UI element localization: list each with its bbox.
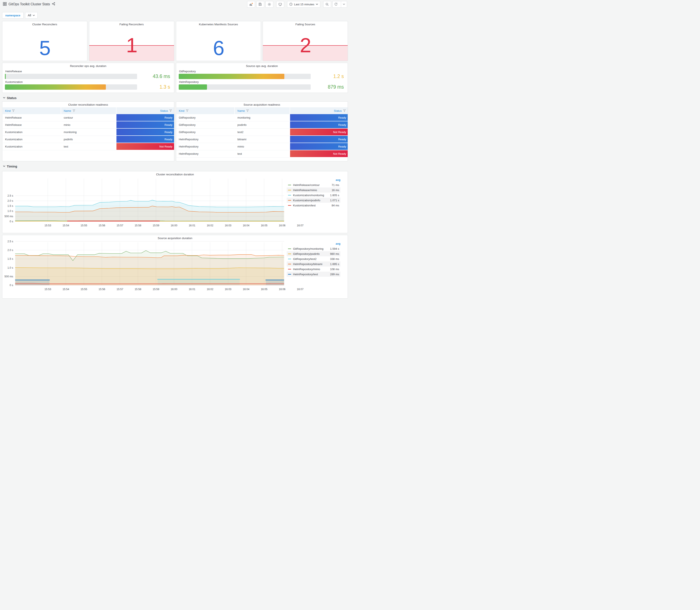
panel-title[interactable]: Kubernetes Manifests Sources — [176, 21, 261, 27]
legend-item[interactable]: HelmRelease/contour71 ms — [287, 182, 340, 188]
status-cell: Ready — [290, 136, 348, 143]
legend-avg-value: 16 ms — [327, 189, 339, 192]
legend-avg-header[interactable]: avg — [287, 241, 340, 246]
gauges-row: Reconciler ops avg. durationHelmRelease4… — [2, 63, 348, 93]
filter-icon[interactable] — [343, 110, 346, 112]
legend-item[interactable]: HelmRepository/minio108 ms — [287, 267, 340, 272]
status-cell: Ready — [116, 136, 174, 143]
column-header-status[interactable]: Status — [290, 107, 348, 114]
legend-item[interactable]: HelmRepository/bitnami1.695 s — [287, 261, 340, 267]
panel-title[interactable]: Source ops avg. duration — [179, 63, 345, 69]
filter-icon[interactable] — [186, 110, 189, 112]
panel-title[interactable]: Cluster Reconcilers — [2, 21, 87, 27]
filter-icon[interactable] — [12, 110, 15, 112]
zoom-out-time-button[interactable] — [323, 1, 331, 7]
legend-item[interactable]: GitRepository/podinfo980 ms — [287, 251, 340, 256]
x-axis-label: 16:03 — [225, 288, 231, 291]
section-header-status[interactable]: Status — [2, 95, 348, 101]
name-cell: test — [235, 150, 290, 158]
x-axis-label: 15:57 — [117, 288, 123, 291]
panel-title[interactable]: Reconciler ops avg. duration — [5, 63, 172, 69]
add-panel-icon — [249, 2, 253, 6]
section-header-timing[interactable]: Timing — [2, 163, 348, 170]
table-header-row: KindNameStatus — [176, 107, 348, 114]
panel-title[interactable]: Cluster reconciliation duration — [2, 171, 348, 177]
table-row: KustomizationpodinfoReady — [2, 136, 174, 143]
x-axis-label: 16:04 — [243, 224, 249, 227]
legend-item[interactable]: GitRepository/monitoring1.594 s — [287, 246, 340, 251]
time-range-picker[interactable]: Last 15 minutes — [287, 1, 320, 7]
y-axis: 0 s500 ms1.0 s1.5 s2.0 s2.5 s — [3, 241, 15, 287]
legend-series-label: HelmRelease/contour — [293, 183, 327, 187]
table-row: KustomizationmonitoringReady — [2, 129, 174, 136]
filter-icon[interactable] — [73, 110, 75, 112]
gauge-track — [179, 74, 311, 79]
gear-icon — [267, 2, 271, 6]
panel-title[interactable]: Source acquisition readiness — [176, 101, 348, 107]
legend-avg-value: 289 ms — [327, 273, 339, 276]
chart-panel-source-acquisition-duration: Source acquisition duration 0 s500 ms1.0… — [2, 235, 348, 299]
column-header-kind[interactable]: Kind — [176, 107, 234, 114]
gauge-track — [5, 74, 137, 79]
panel-title[interactable]: Failing Reconcilers — [89, 21, 174, 27]
share-dashboard-icon[interactable] — [52, 2, 55, 6]
column-header-name[interactable]: Name — [235, 107, 290, 114]
series-color-marker — [288, 248, 291, 249]
legend-avg-value: 980 ms — [327, 252, 339, 256]
status-badge: Ready — [116, 122, 174, 128]
chart-legend: avgGitRepository/monitoring1.594 sGitRep… — [284, 241, 347, 292]
legend-item[interactable]: Kustomization/podinfo1.071 s — [287, 198, 340, 203]
y-axis-label: 2.5 s — [7, 240, 13, 243]
name-cell: monitoring — [235, 114, 290, 122]
dashboard-settings-button[interactable] — [265, 1, 273, 7]
x-axis-label: 15:58 — [134, 288, 141, 291]
status-cell: Ready — [290, 114, 348, 122]
legend-item[interactable]: HelmRelease/minio16 ms — [287, 188, 340, 193]
series-color-marker — [288, 200, 291, 200]
table-panel: Cluster reconciliation readinessKindName… — [2, 101, 174, 161]
time-series-plot[interactable] — [15, 241, 284, 287]
column-header-name[interactable]: Name — [61, 107, 116, 114]
stat-panel: Cluster Reconcilers5 — [2, 21, 87, 61]
legend-avg-value: 1.594 s — [327, 247, 339, 251]
panel-title[interactable]: Cluster reconciliation readiness — [2, 101, 174, 107]
y-axis-label: 0 s — [10, 220, 13, 223]
legend-series-label: HelmRepository/minio — [293, 268, 327, 271]
table-panel: Source acquisition readinessKindNameStat… — [176, 101, 348, 161]
save-dashboard-button[interactable] — [256, 1, 264, 7]
table-header-row: KindNameStatus — [2, 107, 174, 114]
legend-item[interactable]: HelmRepository/test289 ms — [287, 272, 340, 277]
x-axis-label: 16:06 — [279, 224, 286, 227]
stat-panel: Kubernetes Manifests Sources6 — [176, 21, 261, 61]
name-cell: test — [61, 143, 116, 150]
column-header-kind[interactable]: Kind — [2, 107, 61, 114]
filter-icon[interactable] — [169, 110, 172, 112]
panel-title[interactable]: Source acquisition duration — [2, 235, 348, 241]
time-series-plot[interactable] — [15, 177, 284, 223]
legend-item[interactable]: GitRepository/test2338 ms — [287, 256, 340, 261]
legend-item[interactable]: Kustomization/test84 ms — [287, 203, 340, 208]
status-badge: Ready — [290, 143, 348, 150]
status-badge: Ready — [290, 136, 348, 143]
section-title: Timing — [7, 164, 17, 168]
gauge-fill — [179, 84, 207, 90]
legend-avg-header[interactable]: avg — [287, 178, 340, 182]
y-axis-label: 1.0 s — [7, 266, 13, 269]
variable-value-dropdown[interactable]: All — [25, 12, 38, 18]
panel-title[interactable]: Failing Sources — [263, 21, 348, 27]
refresh-button[interactable] — [332, 1, 347, 7]
series-color-marker — [288, 190, 291, 190]
legend-item[interactable]: Kustomization/monitoring1.605 s — [287, 193, 340, 198]
add-panel-button[interactable] — [247, 1, 255, 7]
name-cell: minio — [235, 143, 290, 150]
legend-series-label: GitRepository/monitoring — [293, 247, 327, 251]
kind-cell: HelmRepository — [176, 143, 234, 150]
name-cell: monitoring — [61, 129, 116, 136]
filter-icon[interactable] — [246, 110, 249, 112]
status-cell: Ready — [116, 122, 174, 129]
column-header-status[interactable]: Status — [116, 107, 174, 114]
kind-cell: HelmRelease — [2, 114, 61, 122]
table-row: GitRepositorytest2Not Ready — [176, 129, 348, 136]
y-axis-label: 2.0 s — [7, 199, 13, 202]
cycle-view-mode-button[interactable] — [276, 1, 284, 7]
